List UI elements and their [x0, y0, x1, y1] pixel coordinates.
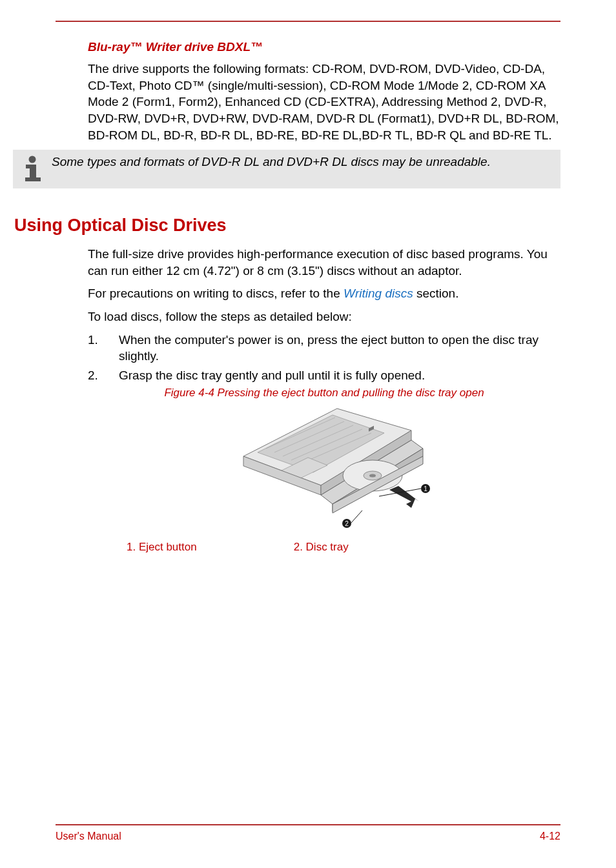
svg-marker-24 — [389, 486, 419, 508]
svg-text:2: 2 — [345, 520, 349, 527]
writing-discs-link[interactable]: Writing discs — [344, 287, 413, 300]
footer-left: User's Manual — [56, 831, 121, 842]
footer-right: 4-12 — [540, 831, 560, 842]
precautions-prefix: For precautions on writing to discs, ref… — [88, 287, 344, 300]
svg-text:1: 1 — [424, 485, 427, 492]
svg-point-0 — [29, 156, 36, 163]
step-number: 1. — [88, 332, 98, 348]
bluray-heading: Blu-ray™ Writer drive BDXL™ — [88, 40, 560, 54]
page-footer: User's Manual 4-12 — [56, 824, 560, 842]
bluray-paragraph: The drive supports the following formats… — [88, 61, 560, 143]
svg-rect-2 — [30, 165, 36, 179]
using-para-1: The full-size drive provides high-perfor… — [88, 246, 560, 279]
svg-rect-3 — [25, 177, 41, 181]
step-number: 2. — [88, 367, 98, 384]
using-heading: Using Optical Disc Drives — [14, 216, 560, 236]
step-text: When the computer's power is on, press t… — [119, 333, 539, 363]
svg-line-30 — [351, 510, 362, 523]
load-intro: To load discs, follow the steps as detai… — [88, 308, 560, 325]
figure-legend: 1. Eject button 2. Disc tray — [88, 541, 560, 554]
legend-item-1: 1. Eject button — [127, 541, 197, 554]
step-text: Grasp the disc tray gently and pull unti… — [119, 368, 425, 382]
figure-caption: Figure 4-4 Pressing the eject button and… — [88, 387, 560, 399]
list-item: 2. Grasp the disc tray gently and pull u… — [88, 367, 560, 384]
footer-divider — [56, 824, 560, 825]
note-block: Some types and formats of DVD-R DL and D… — [13, 150, 560, 188]
note-text: Some types and formats of DVD-R DL and D… — [52, 154, 555, 170]
list-item: 1. When the computer's power is on, pres… — [88, 332, 560, 365]
svg-point-21 — [369, 474, 376, 477]
info-icon — [13, 154, 52, 182]
legend-item-2: 2. Disc tray — [294, 541, 349, 554]
precautions-para: For precautions on writing to discs, ref… — [88, 285, 560, 302]
top-divider — [56, 21, 560, 22]
figure-illustration: 1 2 — [88, 405, 560, 537]
precautions-suffix: section. — [413, 287, 459, 300]
